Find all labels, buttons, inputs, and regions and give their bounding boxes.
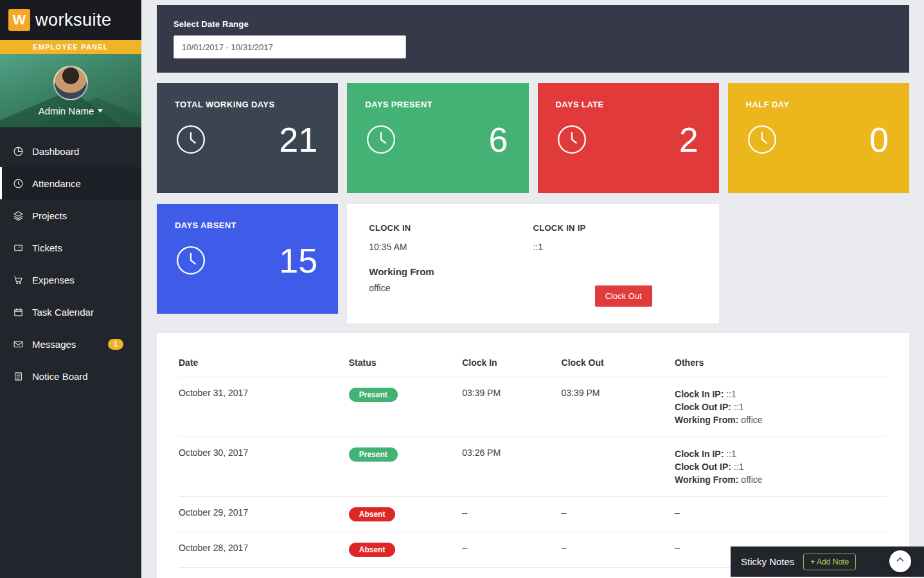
pie-chart-icon	[13, 146, 24, 157]
clock-in-ip-value: ::1	[533, 242, 697, 252]
sticky-notes-title: Sticky Notes	[741, 556, 794, 567]
stat-title: DAYS ABSENT	[175, 221, 320, 230]
stat-value: 2	[679, 122, 698, 157]
attendance-table-card: Date Status Clock In Clock Out Others Oc…	[157, 333, 909, 578]
sidebar-item-notice-board[interactable]: Notice Board	[0, 360, 141, 392]
stats-row-2: DAYS ABSENT 15 CLOCK IN 10:35 AM Working…	[157, 204, 909, 323]
sidebar-item-tickets[interactable]: Tickets	[0, 231, 141, 264]
avatar[interactable]	[53, 66, 88, 100]
mail-icon	[13, 339, 24, 350]
sidebar-item-messages[interactable]: Messages 1	[0, 328, 141, 360]
clock-in-heading: CLOCK IN	[369, 223, 533, 233]
cell-clock-in: –	[462, 497, 561, 532]
table-row: October 30, 2017 Present 03:26 PM Clock …	[179, 437, 887, 497]
stat-card-days-absent: DAYS ABSENT 15	[157, 204, 338, 314]
cell-clock-in: 03:39 PM	[462, 377, 561, 437]
status-badge: Present	[349, 447, 398, 462]
scroll-to-top-button[interactable]	[889, 550, 911, 572]
clock-icon	[13, 178, 24, 189]
app-logo[interactable]: W worksuite	[0, 0, 141, 40]
sidebar-item-label: Notice Board	[32, 371, 88, 382]
table-row: October 31, 2017 Present 03:39 PM 03:39 …	[179, 377, 887, 437]
sidebar-item-label: Task Calendar	[32, 307, 94, 318]
layers-icon	[13, 210, 24, 221]
stats-row-1: TOTAL WORKING DAYS 21 DAYS PRESENT 6 DAY…	[157, 83, 909, 193]
status-badge: Absent	[349, 507, 396, 521]
sidebar-item-dashboard[interactable]: Dashboard	[0, 135, 141, 167]
table-header-row: Date Status Clock In Clock Out Others	[179, 352, 887, 377]
stat-value: 15	[279, 243, 317, 278]
stat-value: 6	[488, 122, 508, 157]
clock-icon	[365, 123, 397, 156]
stat-title: DAYS PRESENT	[365, 100, 510, 109]
cell-clock-in: 03:26 PM	[462, 437, 561, 497]
column-header-others: Others	[675, 352, 887, 377]
clock-in-ip-heading: CLOCK IN IP	[533, 223, 697, 233]
clock-icon	[556, 123, 588, 156]
sidebar-item-task-calendar[interactable]: Task Calendar	[0, 296, 141, 328]
clock-icon	[746, 123, 778, 156]
employee-panel-banner: EMPLOYEE PANEL	[0, 40, 141, 54]
sidebar-item-label: Dashboard	[32, 146, 79, 157]
add-note-button[interactable]: + Add Note	[803, 554, 856, 570]
status-badge: Present	[349, 388, 398, 402]
user-menu[interactable]: Admin Name	[39, 105, 103, 116]
stat-card-half-day: HALF DAY 0	[728, 83, 909, 193]
sidebar-item-label: Messages	[32, 339, 76, 350]
calendar-icon	[13, 307, 24, 318]
stat-title: HALF DAY	[746, 100, 891, 109]
cell-clock-out: 03:39 PM	[562, 377, 675, 437]
main-content: Select Date Range TOTAL WORKING DAYS 21 …	[141, 0, 924, 578]
working-from-value: office	[369, 283, 533, 293]
cell-clock-in: –	[462, 532, 561, 568]
logo-text: worksuite	[35, 10, 112, 30]
date-range-panel: Select Date Range	[157, 5, 909, 73]
column-header-status: Status	[349, 352, 462, 377]
cell-others: Clock In IP:::1 Clock Out IP:::1 Working…	[675, 377, 887, 437]
sidebar-menu: Dashboard Attendance Projects Tickets Ex…	[0, 127, 141, 392]
cell-others: Clock In IP:::1 Clock Out IP:::1 Working…	[675, 437, 887, 497]
date-range-input[interactable]	[173, 35, 406, 59]
stat-title: TOTAL WORKING DAYS	[175, 100, 320, 109]
clock-out-button[interactable]: Clock Out	[595, 285, 652, 307]
table-row: October 29, 2017 Absent – – –	[179, 497, 887, 532]
column-header-clock-out: Clock Out	[562, 352, 675, 377]
sidebar: W worksuite EMPLOYEE PANEL Admin Name Da…	[0, 0, 141, 578]
cell-clock-out	[562, 568, 675, 578]
column-header-date: Date	[179, 352, 349, 377]
chevron-down-icon	[98, 109, 103, 113]
cell-date: October 30, 2017	[179, 437, 349, 497]
stat-value: 0	[869, 122, 889, 157]
stat-card-total-working-days: TOTAL WORKING DAYS 21	[157, 83, 338, 193]
cell-date: October 29, 2017	[179, 497, 349, 532]
sidebar-item-projects[interactable]: Projects	[0, 199, 141, 231]
notice-board-icon	[13, 371, 24, 382]
cell-clock-in	[462, 568, 561, 578]
stat-title: DAYS LATE	[556, 100, 701, 109]
cell-date: October 28, 2017	[179, 532, 349, 568]
clock-icon	[175, 123, 207, 156]
cell-date	[179, 568, 349, 578]
sidebar-item-attendance[interactable]: Attendance	[0, 167, 141, 199]
profile-section: Admin Name	[0, 54, 141, 127]
cell-clock-out	[562, 437, 675, 497]
stat-card-days-present: DAYS PRESENT 6	[347, 83, 528, 193]
status-badge: Absent	[349, 543, 396, 557]
cart-icon	[13, 275, 24, 285]
sidebar-item-expenses[interactable]: Expenses	[0, 264, 141, 296]
logo-icon: W	[8, 9, 30, 31]
working-from-heading: Working From	[369, 266, 533, 277]
cell-clock-out: –	[562, 497, 675, 532]
date-range-label: Select Date Range	[173, 19, 893, 29]
messages-count-badge: 1	[108, 339, 123, 350]
clock-in-time: 10:35 AM	[369, 242, 533, 252]
stat-card-days-late: DAYS LATE 2	[538, 83, 719, 193]
column-header-clock-in: Clock In	[462, 352, 561, 377]
ticket-icon	[13, 242, 24, 253]
clock-icon	[175, 244, 207, 276]
attendance-table: Date Status Clock In Clock Out Others Oc…	[179, 352, 887, 578]
clock-in-card: CLOCK IN 10:35 AM Working From office CL…	[347, 204, 719, 323]
sidebar-item-label: Expenses	[32, 275, 75, 285]
chevron-up-icon	[896, 555, 905, 567]
user-name-label: Admin Name	[39, 105, 94, 116]
